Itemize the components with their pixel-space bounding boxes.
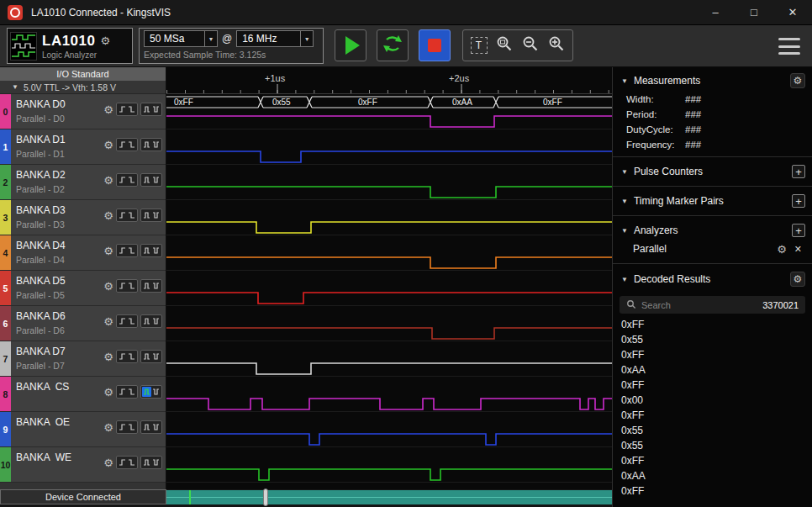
time-ruler[interactable]: +1us +2us <box>166 67 612 94</box>
edge-trigger-button[interactable] <box>116 244 138 257</box>
channel-name[interactable]: BANKA WE <box>16 452 71 463</box>
rising-edge-icon[interactable] <box>118 351 127 362</box>
edge-trigger-button[interactable] <box>116 279 138 293</box>
channel-name[interactable]: BANKA D2 <box>16 169 66 181</box>
falling-edge-icon[interactable] <box>127 422 136 432</box>
analyzer-settings-gear-icon[interactable]: ⚙ <box>777 244 787 255</box>
channel-name[interactable]: BANKA OE <box>16 416 70 428</box>
high-pulse-icon[interactable] <box>142 387 151 397</box>
channel-settings-gear-icon[interactable]: ⚙ <box>103 140 113 151</box>
low-pulse-icon[interactable] <box>151 140 161 150</box>
waveform-area[interactable]: +1us +2us 0xFF0x550xFF0xAA0xFF <box>166 67 612 489</box>
edge-trigger-button[interactable] <box>116 209 138 222</box>
zoom-out-button[interactable] <box>521 34 540 56</box>
repeat-capture-button[interactable] <box>377 29 409 61</box>
device-settings-gear-icon[interactable]: ⚙ <box>100 35 110 46</box>
channel-settings-gear-icon[interactable]: ⚙ <box>103 457 113 468</box>
minimize-button[interactable]: – <box>696 0 735 24</box>
rising-edge-icon[interactable] <box>118 104 127 114</box>
high-pulse-icon[interactable] <box>142 246 151 256</box>
decoded-result-item[interactable]: 0xFF <box>613 378 812 393</box>
start-capture-button[interactable] <box>335 29 366 61</box>
pulse-trigger-button[interactable] <box>140 138 162 151</box>
channel-settings-gear-icon[interactable]: ⚙ <box>103 210 113 221</box>
rising-edge-icon[interactable] <box>118 175 127 185</box>
edge-trigger-button[interactable] <box>116 350 138 363</box>
rising-edge-icon[interactable] <box>118 210 127 220</box>
edge-trigger-button[interactable] <box>116 138 138 151</box>
channel-number-badge[interactable]: 6 <box>0 306 11 341</box>
rising-edge-icon[interactable] <box>118 281 127 291</box>
pulse-trigger-button[interactable] <box>140 209 162 222</box>
pulse-trigger-button[interactable] <box>140 385 162 399</box>
channel-name[interactable]: BANKA D3 <box>16 204 66 216</box>
maximize-button[interactable]: □ <box>735 0 773 24</box>
channel-number-badge[interactable]: 8 <box>0 377 11 411</box>
edge-trigger-button[interactable] <box>116 385 138 399</box>
high-pulse-icon[interactable] <box>142 457 151 467</box>
rising-edge-icon[interactable] <box>118 457 127 467</box>
channel-name[interactable]: BANKA D5 <box>16 275 66 287</box>
rising-edge-icon[interactable] <box>118 140 127 150</box>
pulse-trigger-button[interactable] <box>140 244 162 257</box>
decoded-result-item[interactable]: 0xFF <box>613 483 812 499</box>
channel-name[interactable]: BANKA CS <box>16 381 69 393</box>
channel-number-badge[interactable]: 5 <box>0 271 11 305</box>
channel-settings-gear-icon[interactable]: ⚙ <box>103 351 113 362</box>
falling-edge-icon[interactable] <box>127 104 136 114</box>
falling-edge-icon[interactable] <box>127 140 136 150</box>
decoded-result-item[interactable]: 0x55 <box>613 332 812 347</box>
edge-trigger-button[interactable] <box>116 103 138 116</box>
channel-settings-gear-icon[interactable]: ⚙ <box>103 175 113 186</box>
high-pulse-icon[interactable] <box>142 175 151 185</box>
zoom-in-button[interactable] <box>547 34 566 56</box>
channel-number-badge[interactable]: 9 <box>0 412 11 446</box>
falling-edge-icon[interactable] <box>127 246 136 256</box>
falling-edge-icon[interactable] <box>127 351 136 362</box>
pulse-trigger-button[interactable] <box>140 456 162 469</box>
decoded-result-item[interactable]: 0x00 <box>613 393 812 408</box>
low-pulse-icon[interactable] <box>151 387 161 397</box>
waveform-track[interactable] <box>166 235 612 271</box>
add-pulse-counter-button[interactable]: + <box>792 165 805 178</box>
edge-trigger-button[interactable] <box>116 314 138 328</box>
edge-trigger-button[interactable] <box>116 420 138 434</box>
channel-name[interactable]: BANKA D6 <box>16 310 66 322</box>
decoded-search-box[interactable]: 3370021 <box>620 296 805 314</box>
analyzers-section-header[interactable]: ▼ Analyzers + <box>613 218 812 240</box>
waveform-track[interactable] <box>166 377 612 412</box>
low-pulse-icon[interactable] <box>151 422 161 432</box>
falling-edge-icon[interactable] <box>127 387 136 397</box>
channel-number-badge[interactable]: 3 <box>0 200 11 235</box>
high-pulse-icon[interactable] <box>142 281 151 291</box>
decoded-result-item[interactable]: 0x55 <box>613 423 812 438</box>
high-pulse-icon[interactable] <box>142 210 151 220</box>
sample-depth-select[interactable]: 50 MSa ▼ <box>144 30 218 47</box>
sample-rate-select[interactable]: 16 MHz ▼ <box>236 30 314 47</box>
channel-name[interactable]: BANKA D7 <box>16 346 66 357</box>
channel-number-badge[interactable]: 10 <box>0 447 11 482</box>
high-pulse-icon[interactable] <box>142 351 151 362</box>
decoded-result-item[interactable]: 0xAA <box>613 362 812 378</box>
io-standard-select[interactable]: ▼ 5.0V TTL -> Vth: 1.58 V <box>0 81 166 94</box>
channel-settings-gear-icon[interactable]: ⚙ <box>103 387 113 398</box>
measurements-settings-gear-icon[interactable]: ⚙ <box>790 73 805 88</box>
menu-hamburger-button[interactable] <box>778 36 800 56</box>
add-timing-marker-button[interactable]: + <box>792 194 805 208</box>
edge-trigger-button[interactable] <box>116 456 138 469</box>
pulse-trigger-button[interactable] <box>140 173 162 187</box>
rising-edge-icon[interactable] <box>118 422 127 432</box>
add-analyzer-button[interactable]: + <box>792 224 805 237</box>
high-pulse-icon[interactable] <box>142 104 151 114</box>
edge-trigger-button[interactable] <box>116 173 138 187</box>
pulse-trigger-button[interactable] <box>140 103 162 116</box>
waveform-track[interactable] <box>166 306 612 341</box>
falling-edge-icon[interactable] <box>127 457 136 467</box>
channel-name[interactable]: BANKA D4 <box>16 240 66 251</box>
waveform-track[interactable] <box>166 129 612 165</box>
chevron-down-icon[interactable]: ▼ <box>300 31 313 46</box>
trigger-marker-button[interactable]: T <box>471 37 488 54</box>
rising-edge-icon[interactable] <box>118 316 127 326</box>
rising-edge-icon[interactable] <box>118 246 127 256</box>
low-pulse-icon[interactable] <box>151 351 161 362</box>
